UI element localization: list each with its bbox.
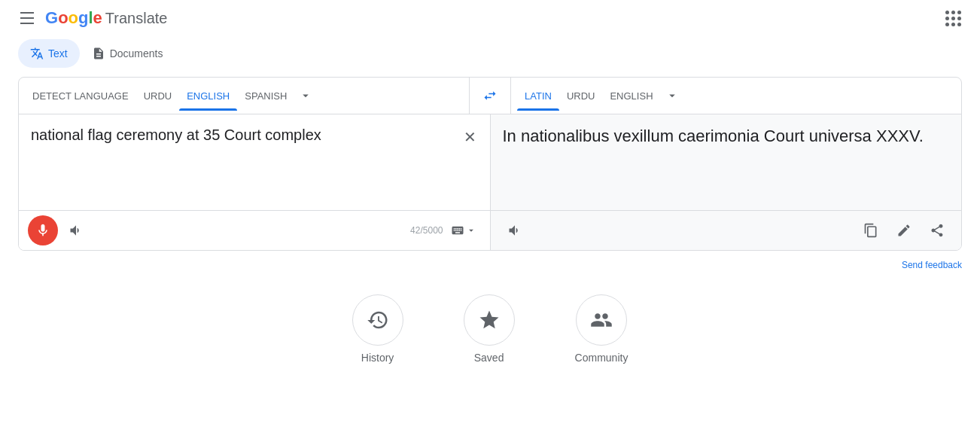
source-panel: national flag ceremony at 35 Court compl… (19, 114, 490, 210)
logo: Google Translate (45, 8, 168, 28)
star-icon (478, 309, 501, 331)
send-feedback[interactable]: Send feedback (0, 260, 980, 270)
mic-icon (35, 223, 50, 238)
send-feedback-label: Send feedback (902, 260, 962, 270)
community-item[interactable]: Community (575, 294, 628, 364)
swap-icon (482, 88, 498, 103)
content-row: national flag ceremony at 35 Court compl… (19, 114, 961, 210)
keyboard-icon (451, 224, 464, 237)
saved-item[interactable]: Saved (464, 294, 515, 364)
source-lang-spanish[interactable]: SPANISH (237, 81, 294, 111)
target-lang-bar: LATIN URDU ENGLISH (511, 78, 961, 114)
document-icon (92, 47, 105, 60)
copy-translation-button[interactable] (856, 215, 886, 245)
google-apps-button[interactable] (938, 3, 968, 33)
target-panel: In nationalibus vexillum caerimonia Cour… (490, 114, 962, 210)
source-lang-detect[interactable]: DETECT LANGUAGE (25, 81, 136, 111)
target-lang-latin[interactable]: LATIN (517, 81, 559, 111)
keyboard-select-button[interactable] (446, 221, 481, 240)
speaker-target-icon (507, 223, 522, 238)
swap-languages-button[interactable] (475, 81, 505, 111)
source-footer: 42/5000 (19, 211, 490, 250)
language-row: DETECT LANGUAGE URDU ENGLISH SPANISH LAT… (19, 78, 961, 114)
mic-button[interactable] (28, 215, 58, 245)
chevron-down-keyboard-icon (466, 225, 476, 236)
target-footer (490, 211, 962, 250)
footer-row: 42/5000 (19, 210, 961, 250)
community-icon-circle (576, 294, 627, 346)
tab-text-label: Text (48, 47, 68, 59)
tab-text[interactable]: Text (18, 39, 80, 68)
community-label: Community (575, 352, 628, 364)
history-item[interactable]: History (352, 294, 403, 364)
target-lang-more[interactable] (661, 83, 683, 108)
listen-source-button[interactable] (61, 215, 91, 245)
history-icon (367, 309, 389, 331)
tab-documents-label: Documents (110, 47, 163, 59)
translate-icon (30, 47, 44, 60)
history-icon-circle (352, 294, 403, 346)
listen-target-button[interactable] (500, 215, 530, 245)
source-lang-bar: DETECT LANGUAGE URDU ENGLISH SPANISH (19, 78, 469, 114)
header: Google Translate (0, 0, 980, 36)
share-translation-button[interactable] (922, 215, 952, 245)
edit-translation-button[interactable] (889, 215, 919, 245)
swap-languages-mid (469, 78, 511, 114)
tab-documents[interactable]: Documents (80, 39, 175, 68)
translator-wrapper: DETECT LANGUAGE URDU ENGLISH SPANISH LAT… (18, 77, 962, 251)
edit-icon (896, 223, 912, 238)
share-icon (930, 223, 945, 238)
target-lang-urdu[interactable]: URDU (559, 81, 603, 111)
source-lang-urdu[interactable]: URDU (136, 81, 180, 111)
chevron-down-icon-target (665, 89, 679, 102)
bottom-section: History Saved Community (0, 270, 980, 382)
translated-text: In nationalibus vexillum caerimonia Cour… (491, 114, 962, 190)
history-label: History (361, 352, 394, 364)
menu-button[interactable] (12, 3, 42, 33)
logo-translate-text: Translate (105, 10, 168, 27)
saved-icon-circle (464, 294, 515, 346)
community-icon (590, 309, 613, 331)
tab-bar: Text Documents (0, 36, 980, 68)
clear-source-button[interactable]: ✕ (457, 123, 484, 151)
source-lang-more[interactable] (294, 83, 317, 108)
source-text-input[interactable]: national flag ceremony at 35 Court compl… (19, 114, 490, 208)
source-lang-english[interactable]: ENGLISH (179, 81, 237, 111)
speaker-icon (68, 223, 84, 238)
char-count: 42/5000 (410, 225, 443, 236)
saved-label: Saved (474, 352, 504, 364)
target-lang-english[interactable]: ENGLISH (602, 81, 660, 111)
chevron-down-icon (299, 89, 312, 102)
copy-icon (863, 223, 878, 238)
